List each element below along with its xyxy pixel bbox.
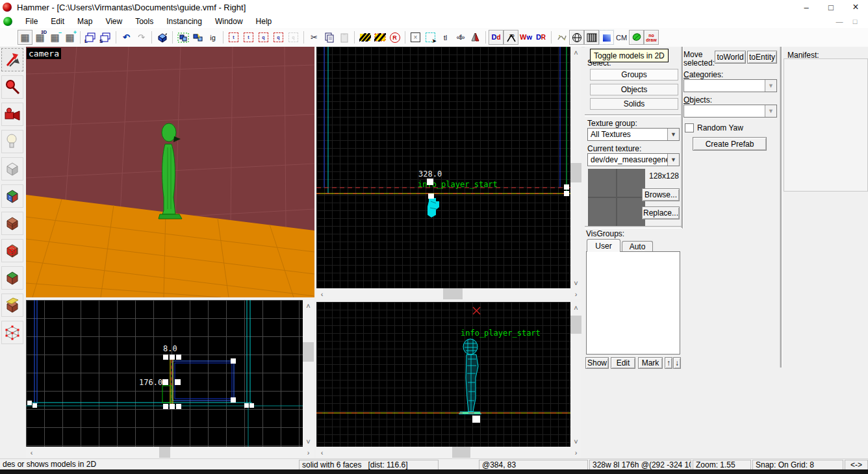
viewport-2d-top[interactable]: 328.0 info_player_start xyxy=(316,47,570,288)
decal-tool-button[interactable] xyxy=(1,239,23,262)
visgroup-down-button[interactable]: ↓ xyxy=(673,357,681,369)
visgroup-up-button[interactable]: ↑ xyxy=(665,357,672,369)
magnify-tool-button[interactable] xyxy=(1,75,23,99)
menu-window[interactable]: Window xyxy=(209,16,249,27)
camera-tool-button[interactable] xyxy=(1,103,23,126)
viewport-2d-front[interactable]: 8.0 176.0 xyxy=(26,300,303,447)
scroll-down-arrow[interactable]: ˅ xyxy=(570,277,581,288)
texture-lock-button[interactable]: tl xyxy=(438,30,453,45)
visgroup-edit-button[interactable]: Edit xyxy=(611,357,635,369)
current-texture-dropdown[interactable]: dev/dev_measuregene▼ xyxy=(587,153,680,166)
texture-application-tool-button[interactable] xyxy=(1,184,23,208)
disp-walkable-button[interactable]: 3D xyxy=(504,30,518,45)
player-model-side[interactable] xyxy=(459,339,481,414)
disp-mask-walkable-button[interactable]: Ww xyxy=(518,30,533,45)
ungroup-button[interactable] xyxy=(190,30,205,45)
front-viewport-hscrollbar[interactable]: ‹ › xyxy=(26,447,314,458)
cut-button[interactable]: ✂ xyxy=(307,30,322,45)
toggle-grid-button[interactable]: ▦ xyxy=(18,30,32,45)
objects-dropdown[interactable]: ▼ xyxy=(683,105,777,118)
side-viewport-hscrollbar[interactable]: ‹ › xyxy=(316,447,581,458)
scroll-right-arrow[interactable]: › xyxy=(303,447,314,458)
toggle-cordon-state-button[interactable] xyxy=(372,30,387,45)
categories-dropdown[interactable]: ▼ xyxy=(683,79,777,92)
selection-handle[interactable] xyxy=(564,184,569,190)
block-tool-button[interactable] xyxy=(1,157,23,181)
scrollbar-thumb[interactable] xyxy=(159,447,170,458)
close-button[interactable]: × xyxy=(843,0,868,14)
menu-map[interactable]: Map xyxy=(71,16,99,27)
entity-tool-button[interactable] xyxy=(1,130,23,153)
visgroups-list[interactable] xyxy=(586,251,680,355)
scrollbar-thumb[interactable] xyxy=(303,342,314,362)
menu-instancing[interactable]: Instancing xyxy=(160,16,209,27)
menu-view[interactable]: View xyxy=(99,16,129,27)
selection-tool-button[interactable] xyxy=(1,48,23,71)
menu-help[interactable]: Help xyxy=(249,16,279,27)
selection-handle[interactable] xyxy=(428,193,434,199)
toggle-3d-grid-button[interactable]: ▦3D xyxy=(32,30,47,45)
scroll-right-arrow[interactable]: › xyxy=(570,447,581,458)
fade-preview-button[interactable] xyxy=(569,30,584,45)
disp-mask-solid-button[interactable]: Dd xyxy=(489,30,504,45)
top-viewport-vscrollbar[interactable]: ˄ ˅ xyxy=(570,47,581,288)
group-button[interactable] xyxy=(175,30,190,45)
scrollbar-thumb[interactable] xyxy=(443,288,463,299)
create-prefab-button[interactable]: Create Prefab xyxy=(693,137,767,151)
scroll-up-arrow[interactable]: ˄ xyxy=(570,302,581,313)
smaller-grid-button[interactable]: ▦– xyxy=(47,30,62,45)
scroll-up-arrow[interactable]: ˄ xyxy=(303,300,314,311)
viewport-3d-camera[interactable]: camera xyxy=(26,47,314,297)
scroll-left-arrow[interactable]: ‹ xyxy=(26,447,37,458)
maximize-button[interactable]: □ xyxy=(819,0,843,14)
toggle-occluders-button[interactable]: q xyxy=(271,30,286,45)
split-face-button[interactable] xyxy=(468,30,483,45)
toggle-cordon-button[interactable]: t xyxy=(226,30,241,45)
selection-handle[interactable] xyxy=(427,179,433,185)
entity-sprinkle-button[interactable] xyxy=(554,30,569,45)
to-entity-button[interactable]: toEntity xyxy=(747,51,777,64)
cordon-bounds-button[interactable] xyxy=(357,30,372,45)
redo-button[interactable]: ↷ xyxy=(134,30,149,45)
select-solids-button[interactable]: Solids xyxy=(590,98,678,110)
menu-tools[interactable]: Tools xyxy=(129,16,160,27)
browse-button[interactable]: Browse... xyxy=(642,188,680,201)
paste-button[interactable] xyxy=(337,30,351,45)
scroll-left-arrow[interactable]: ‹ xyxy=(316,447,327,458)
magnify-selection-button[interactable]: ➤ xyxy=(423,30,438,45)
scrollbar-thumb[interactable] xyxy=(570,316,581,334)
select-groups-button[interactable]: Groups xyxy=(590,69,678,81)
mdi-restore-button[interactable]: □ xyxy=(847,18,863,25)
visgroup-mark-button[interactable]: Mark xyxy=(638,357,663,369)
side-viewport-vscrollbar[interactable]: ˄ ˅ xyxy=(570,302,581,447)
menu-file[interactable]: File xyxy=(19,16,44,27)
scroll-down-arrow[interactable]: ˅ xyxy=(570,436,581,447)
to-world-button[interactable]: toWorld xyxy=(715,51,746,64)
larger-grid-button[interactable]: ▦+ xyxy=(62,30,77,45)
scrollbar-thumb[interactable] xyxy=(570,163,581,182)
select-through-button[interactable]: × xyxy=(408,30,423,45)
scroll-up-arrow[interactable]: ˄ xyxy=(570,47,581,58)
visgroups-tab-auto[interactable]: Auto xyxy=(622,241,653,252)
vertex-tool-button[interactable] xyxy=(1,321,23,344)
selection-handle[interactable] xyxy=(564,191,569,196)
scroll-left-arrow[interactable]: ‹ xyxy=(316,288,327,299)
undo-button[interactable]: ↶ xyxy=(119,30,134,45)
ignore-groups-button[interactable]: ig xyxy=(205,30,220,45)
disp-remove-button[interactable]: DR xyxy=(533,30,548,45)
replace-button[interactable]: Replace... xyxy=(642,206,680,219)
selection-handle[interactable] xyxy=(472,416,480,423)
visgroup-show-button[interactable]: Show xyxy=(585,357,609,369)
nodraw-button[interactable]: nodraw xyxy=(644,30,659,45)
copy-button[interactable] xyxy=(322,30,337,45)
scroll-down-arrow[interactable]: ˅ xyxy=(303,436,314,447)
viewport-2d-side[interactable]: info_player_start xyxy=(316,302,570,447)
detail-objects-button[interactable] xyxy=(584,30,599,45)
clip-tool-button[interactable] xyxy=(1,293,23,317)
load-window-state-button[interactable]: L xyxy=(83,30,98,45)
foliage-button[interactable] xyxy=(629,30,644,45)
overlay-tool-button[interactable] xyxy=(1,266,23,290)
scroll-right-arrow[interactable]: › xyxy=(570,288,581,299)
carve-button[interactable] xyxy=(155,30,170,45)
texture-scale-lock-button[interactable]: «tl» xyxy=(453,30,468,45)
